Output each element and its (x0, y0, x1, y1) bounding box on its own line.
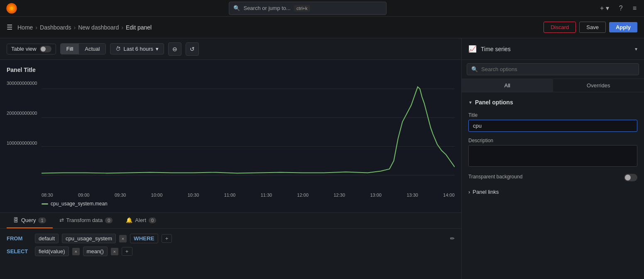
actual-button[interactable]: Actual (79, 44, 105, 54)
add-menu-button[interactable]: + ▾ (597, 2, 612, 14)
alert-tab-label: Alert (135, 217, 146, 223)
discard-button[interactable]: Discard (544, 22, 576, 33)
nav-left (5, 2, 18, 15)
legend-line (42, 203, 48, 205)
time-range-button[interactable]: ⏱ Last 6 hours ▾ (110, 43, 164, 54)
viz-type-label: Time series (481, 46, 511, 52)
db-icon: 🗄 (13, 217, 19, 223)
hamburger-menu[interactable]: ☰ (7, 23, 12, 31)
breadcrumb-dashboards[interactable]: Dashboards (40, 24, 71, 31)
description-field-group: Description (468, 138, 637, 168)
chart-legend: cpu_usage_system.mean (42, 201, 108, 207)
y-axis-labels: 300000000000 200000000000 100000000000 (7, 81, 37, 146)
query-content: FROM default cpu_usage_system × WHERE + … (0, 229, 461, 261)
x-label-1030: 10:30 (188, 193, 199, 198)
tab-overrides[interactable]: Overrides (553, 79, 644, 92)
x-label-1230: 12:30 (334, 193, 345, 198)
tab-all[interactable]: All (462, 79, 553, 92)
sep3: › (121, 24, 123, 31)
zoom-out-icon: ⊖ (172, 46, 177, 52)
refresh-icon: ↺ (190, 46, 195, 52)
chart-area: Panel Title 300000000000 200000000000 10… (0, 60, 461, 212)
time-range-label: Last 6 hours (123, 46, 153, 52)
panel-options-section-header[interactable]: ▼ Panel options (468, 99, 637, 106)
query-tabs: 🗄 Query 1 ⇄ Transform data 0 🔔 Alert 0 (0, 213, 461, 229)
help-button[interactable]: ? (617, 3, 625, 14)
from-table-value[interactable]: cpu_usage_system (62, 234, 116, 243)
title-input[interactable] (468, 120, 637, 132)
panel-links-chevron: › (468, 189, 470, 195)
description-label: Description (468, 138, 637, 143)
query-tab-label: Query (21, 217, 36, 223)
refresh-button[interactable]: ↺ (186, 42, 199, 56)
transform-tab-label: Transform data (66, 217, 103, 223)
y-label-300: 300000000000 (7, 81, 37, 86)
breadcrumb-actions: Discard Save Apply (544, 22, 637, 33)
tab-query[interactable]: 🗄 Query 1 (7, 213, 53, 228)
right-panel-content: ▼ Panel options Title Description Transp… (462, 92, 644, 279)
description-textarea[interactable] (468, 145, 637, 167)
alert-badge: 0 (149, 217, 156, 223)
panel-toolbar: Table view Fill Actual ⏱ Last 6 hours ▾ … (0, 38, 461, 60)
panel-title: Panel Title (7, 67, 455, 73)
select-keyword: SELECT (7, 248, 32, 254)
search-options-icon: 🔍 (471, 66, 478, 72)
x-label-1300: 13:00 (370, 193, 382, 198)
table-view-label: Table view (11, 46, 37, 52)
grafana-logo[interactable] (5, 2, 18, 15)
panel-links-label: Panel links (473, 189, 499, 195)
transparent-bg-label: Transparent background (468, 174, 522, 180)
panel-options-title: Panel options (475, 99, 513, 106)
center-panel: Table view Fill Actual ⏱ Last 6 hours ▾ … (0, 38, 461, 279)
tab-alert[interactable]: 🔔 Alert 0 (119, 213, 163, 228)
time-series-icon: 📈 (468, 45, 477, 53)
from-db-value[interactable]: default (35, 234, 59, 243)
x-axis-labels: 08:30 09:00 09:30 10:00 10:30 11:00 11:3… (42, 193, 455, 198)
search-options-input[interactable]: 🔍 (467, 63, 639, 75)
x-label-0930: 09:30 (115, 193, 126, 198)
x-label-1400: 14:00 (443, 193, 455, 198)
breadcrumb-home[interactable]: Home (17, 24, 33, 31)
viz-type-chevron[interactable]: ▾ (635, 46, 637, 52)
global-search[interactable]: 🔍 Search or jump to... ctrl+k (229, 2, 387, 15)
main-layout: Table view Fill Actual ⏱ Last 6 hours ▾ … (0, 38, 644, 279)
apply-button[interactable]: Apply (609, 22, 637, 32)
x-label-1130: 11:30 (261, 193, 272, 198)
from-table-remove[interactable]: × (119, 235, 127, 242)
query-badge: 1 (38, 217, 46, 223)
select-add-button[interactable]: + (122, 247, 132, 256)
zoom-out-button[interactable]: ⊖ (168, 42, 181, 56)
breadcrumb-new-dashboard[interactable]: New dashboard (78, 24, 119, 31)
y-label-100: 100000000000 (7, 141, 37, 146)
chart-svg (42, 81, 455, 188)
legend-label: cpu_usage_system.mean (51, 201, 108, 207)
save-button[interactable]: Save (579, 22, 606, 33)
nav-right: + ▾ ? ≡ (597, 2, 639, 14)
search-shortcut: ctrl+k (294, 5, 310, 12)
svg-point-2 (10, 6, 13, 10)
x-label-0900: 09:00 (78, 193, 90, 198)
time-range-chevron: ▾ (156, 46, 159, 52)
transparent-bg-toggle[interactable] (624, 174, 637, 181)
search-options-field[interactable] (481, 66, 634, 72)
x-label-1200: 12:00 (297, 193, 309, 198)
edit-query-icon[interactable]: ✏ (450, 235, 455, 242)
fill-button[interactable]: Fill (61, 44, 79, 54)
transform-badge: 0 (105, 217, 113, 223)
table-view-switch[interactable] (40, 46, 51, 52)
panel-options-chevron: ▼ (468, 100, 473, 105)
nav-center: 🔍 Search or jump to... ctrl+k (18, 2, 597, 15)
select-field-remove[interactable]: × (72, 248, 80, 255)
where-button[interactable]: WHERE (130, 234, 158, 243)
news-button[interactable]: ≡ (630, 3, 639, 14)
viz-type-header: 📈 Time series ▾ (462, 38, 644, 60)
select-fn-value[interactable]: mean() (83, 247, 108, 256)
where-add-button[interactable]: + (162, 234, 172, 243)
panel-links-header[interactable]: › Panel links (468, 187, 637, 197)
query-section: 🗄 Query 1 ⇄ Transform data 0 🔔 Alert 0 (0, 212, 461, 279)
x-label-1100: 11:00 (224, 193, 236, 198)
select-field-value[interactable]: field(value) (35, 247, 69, 256)
table-view-toggle[interactable]: Table view (7, 44, 56, 54)
select-fn-remove[interactable]: × (111, 248, 118, 255)
tab-transform[interactable]: ⇄ Transform data 0 (53, 213, 120, 228)
